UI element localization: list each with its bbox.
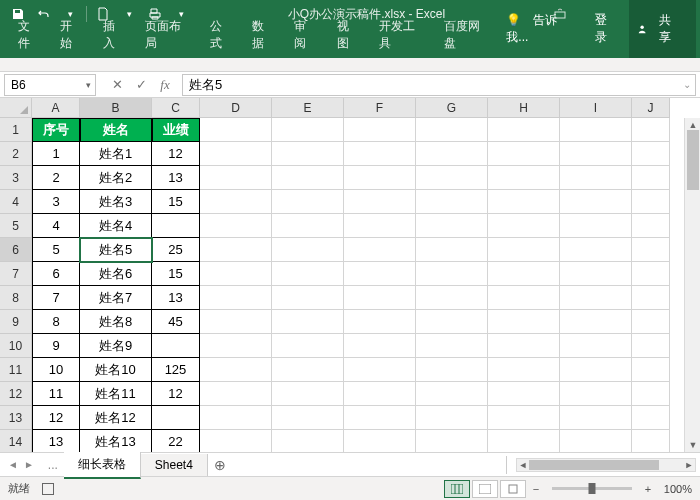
cell-A6[interactable]: 5 <box>32 238 80 262</box>
cell-A4[interactable]: 3 <box>32 190 80 214</box>
cell-E13[interactable] <box>272 406 344 430</box>
col-header-G[interactable]: G <box>416 98 488 118</box>
cell-B8[interactable]: 姓名7 <box>80 286 152 310</box>
cell-J9[interactable] <box>632 310 670 334</box>
col-header-F[interactable]: F <box>344 98 416 118</box>
cell-H3[interactable] <box>488 166 560 190</box>
cell-C11[interactable]: 125 <box>152 358 200 382</box>
cell-C6[interactable]: 25 <box>152 238 200 262</box>
cell-G12[interactable] <box>416 382 488 406</box>
row-header-14[interactable]: 14 <box>0 430 32 452</box>
row-header-6[interactable]: 6 <box>0 238 32 262</box>
cell-E12[interactable] <box>272 382 344 406</box>
cell-F4[interactable] <box>344 190 416 214</box>
add-sheet-button[interactable]: ⊕ <box>208 457 232 473</box>
cell-G2[interactable] <box>416 142 488 166</box>
cell-J6[interactable] <box>632 238 670 262</box>
cell-F9[interactable] <box>344 310 416 334</box>
cell-C5[interactable] <box>152 214 200 238</box>
cell-empty[interactable] <box>344 118 416 142</box>
cell-G8[interactable] <box>416 286 488 310</box>
cell-H5[interactable] <box>488 214 560 238</box>
cell-J10[interactable] <box>632 334 670 358</box>
name-box[interactable]: B6 <box>4 74 96 96</box>
cell-I3[interactable] <box>560 166 632 190</box>
tab-view[interactable]: 视图 <box>327 12 369 58</box>
cell-A11[interactable]: 10 <box>32 358 80 382</box>
cell-J3[interactable] <box>632 166 670 190</box>
header-cell-b[interactable]: 姓名 <box>80 118 152 142</box>
tab-file[interactable]: 文件 <box>8 12 50 58</box>
cell-B12[interactable]: 姓名11 <box>80 382 152 406</box>
col-header-J[interactable]: J <box>632 98 670 118</box>
sheet-overflow[interactable]: ... <box>42 458 64 472</box>
col-header-B[interactable]: B <box>80 98 152 118</box>
cell-H13[interactable] <box>488 406 560 430</box>
cell-H12[interactable] <box>488 382 560 406</box>
cell-E4[interactable] <box>272 190 344 214</box>
cell-E14[interactable] <box>272 430 344 452</box>
accept-formula-icon[interactable]: ✓ <box>130 74 152 96</box>
cell-D7[interactable] <box>200 262 272 286</box>
hscroll-left-icon[interactable]: ◄ <box>517 460 529 470</box>
row-header-4[interactable]: 4 <box>0 190 32 214</box>
zoom-slider[interactable] <box>552 487 632 490</box>
cell-F5[interactable] <box>344 214 416 238</box>
zoom-level[interactable]: 100% <box>664 483 692 495</box>
cell-E11[interactable] <box>272 358 344 382</box>
cell-D12[interactable] <box>200 382 272 406</box>
macro-record-icon[interactable] <box>42 483 54 495</box>
cell-C13[interactable] <box>152 406 200 430</box>
row-header-2[interactable]: 2 <box>0 142 32 166</box>
cell-F2[interactable] <box>344 142 416 166</box>
cell-F6[interactable] <box>344 238 416 262</box>
cell-C2[interactable]: 12 <box>152 142 200 166</box>
cell-B5[interactable]: 姓名4 <box>80 214 152 238</box>
cell-I5[interactable] <box>560 214 632 238</box>
cell-I12[interactable] <box>560 382 632 406</box>
fx-icon[interactable]: fx <box>154 74 176 96</box>
col-header-I[interactable]: I <box>560 98 632 118</box>
cell-H6[interactable] <box>488 238 560 262</box>
page-layout-view-icon[interactable] <box>472 480 498 498</box>
normal-view-icon[interactable] <box>444 480 470 498</box>
cell-E2[interactable] <box>272 142 344 166</box>
cell-C9[interactable]: 45 <box>152 310 200 334</box>
col-header-H[interactable]: H <box>488 98 560 118</box>
col-header-A[interactable]: A <box>32 98 80 118</box>
cell-H9[interactable] <box>488 310 560 334</box>
cell-C10[interactable] <box>152 334 200 358</box>
cell-A10[interactable]: 9 <box>32 334 80 358</box>
cell-I4[interactable] <box>560 190 632 214</box>
zoom-in-button[interactable]: + <box>640 483 656 495</box>
cell-E7[interactable] <box>272 262 344 286</box>
cell-I8[interactable] <box>560 286 632 310</box>
cell-G10[interactable] <box>416 334 488 358</box>
tab-review[interactable]: 审阅 <box>284 12 326 58</box>
tell-me[interactable]: 💡 告诉我... <box>498 6 587 52</box>
cell-empty[interactable] <box>200 118 272 142</box>
cell-C8[interactable]: 13 <box>152 286 200 310</box>
cell-C12[interactable]: 12 <box>152 382 200 406</box>
col-header-E[interactable]: E <box>272 98 344 118</box>
cell-H8[interactable] <box>488 286 560 310</box>
cell-E5[interactable] <box>272 214 344 238</box>
cell-I7[interactable] <box>560 262 632 286</box>
cell-G5[interactable] <box>416 214 488 238</box>
cell-D8[interactable] <box>200 286 272 310</box>
cell-D9[interactable] <box>200 310 272 334</box>
cell-D5[interactable] <box>200 214 272 238</box>
cell-empty[interactable] <box>416 118 488 142</box>
cell-E8[interactable] <box>272 286 344 310</box>
cell-F13[interactable] <box>344 406 416 430</box>
col-header-C[interactable]: C <box>152 98 200 118</box>
cell-A12[interactable]: 11 <box>32 382 80 406</box>
cell-I13[interactable] <box>560 406 632 430</box>
zoom-out-button[interactable]: − <box>528 483 544 495</box>
cell-J2[interactable] <box>632 142 670 166</box>
header-cell-a[interactable]: 序号 <box>32 118 80 142</box>
cell-F14[interactable] <box>344 430 416 452</box>
cell-E3[interactable] <box>272 166 344 190</box>
cell-H2[interactable] <box>488 142 560 166</box>
login-link[interactable]: 登录 <box>587 6 625 52</box>
